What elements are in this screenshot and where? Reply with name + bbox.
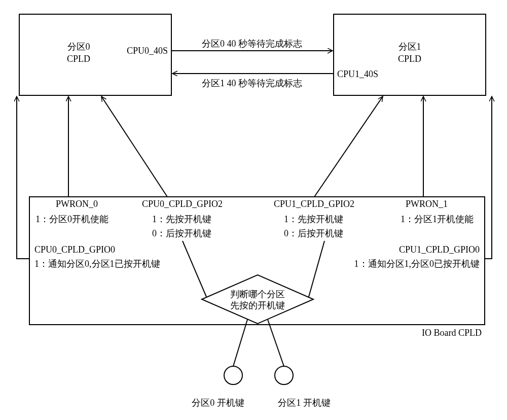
cpu0-gpio0-label: CPU0_CPLD_GPIO0 xyxy=(34,244,115,255)
arrow-cpu1-gpio0 xyxy=(485,96,492,259)
cpu1-gpio2-d1: 1：先按开机键 xyxy=(284,214,343,224)
button1-circle[interactable] xyxy=(275,366,293,384)
line-btn1 xyxy=(268,320,284,366)
cpu1-40s-label: CPU1_40S xyxy=(337,69,378,79)
partition1-line2: CPLD xyxy=(398,54,421,64)
cpu0-gpio2-d1: 1：先按开机键 xyxy=(152,214,211,224)
cpu1-gpio2-d0: 0：后按开机键 xyxy=(284,228,343,238)
cpu1-gpio0-label: CPU1_CPLD_GPIO0 xyxy=(399,244,480,255)
line-decision-right xyxy=(309,241,324,297)
decision-diamond xyxy=(202,275,313,324)
button0-label: 分区0 开机键 xyxy=(192,398,244,408)
arrow-cpu0-gpio0 xyxy=(17,96,29,259)
cpu1-40s-desc: 分区1 40 秒等待完成标志 xyxy=(202,78,302,88)
cpu0-gpio2-d0: 0：后按开机键 xyxy=(152,228,211,238)
diagram-canvas: 分区0 CPLD 分区1 CPLD CPU0_40S 分区0 40 秒等待完成标… xyxy=(0,0,507,420)
line-decision-left xyxy=(183,241,206,297)
arrow-cpu0-gpio2 xyxy=(101,96,167,197)
arrow-cpu1-gpio2 xyxy=(314,96,383,197)
cpu0-gpio0-desc: 1：通知分区0,分区1已按开机键 xyxy=(34,259,160,269)
line-btn0 xyxy=(233,320,247,366)
partition0-line2: CPLD xyxy=(67,54,90,64)
cpu1-gpio2-label: CPU1_CPLD_GPIO2 xyxy=(274,199,354,209)
partition0-line1: 分区0 xyxy=(67,42,90,52)
cpu1-gpio0-desc: 1：通知分区1,分区0已按开机键 xyxy=(354,259,480,269)
io-board-label: IO Board CPLD xyxy=(422,328,482,338)
pwron1-label: PWRON_1 xyxy=(406,199,448,209)
pwron0-desc: 1：分区0开机使能 xyxy=(35,214,108,224)
decision-line2: 先按的开机键 xyxy=(230,300,285,310)
pwron1-desc: 1：分区1开机使能 xyxy=(401,214,474,224)
cpu0-40s-label: CPU0_40S xyxy=(127,46,168,56)
cpu0-40s-desc: 分区0 40 秒等待完成标志 xyxy=(202,39,302,49)
decision-line1: 判断哪个分区 xyxy=(230,289,285,299)
partition1-line1: 分区1 xyxy=(399,42,421,52)
cpu0-gpio2-label: CPU0_CPLD_GPIO2 xyxy=(142,199,223,209)
button0-circle[interactable] xyxy=(224,366,242,384)
button1-label: 分区1 开机键 xyxy=(278,398,331,408)
pwron0-label: PWRON_0 xyxy=(56,199,98,209)
